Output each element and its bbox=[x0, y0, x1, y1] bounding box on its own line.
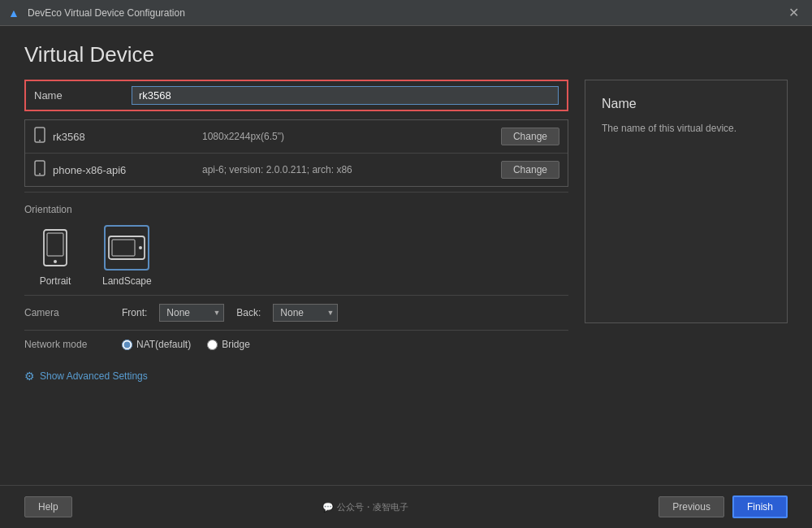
network-nat-option[interactable]: NAT(default) bbox=[122, 339, 191, 350]
landscape-icon-wrap bbox=[104, 225, 149, 270]
page-title: Virtual Device bbox=[0, 26, 812, 80]
titlebar-left: ▲ DevEco Virtual Device Configuration bbox=[8, 6, 185, 19]
network-label: Network mode bbox=[24, 339, 122, 350]
titlebar: ▲ DevEco Virtual Device Configuration ✕ bbox=[0, 0, 812, 26]
back-camera-select[interactable]: None bbox=[273, 304, 338, 322]
name-label: Name bbox=[34, 89, 132, 102]
advanced-settings-label: Show Advanced Settings bbox=[40, 370, 148, 382]
footer-left: Help bbox=[24, 496, 72, 517]
svg-rect-8 bbox=[112, 240, 135, 256]
device-info-2: api-6; version: 2.0.0.211; arch: x86 bbox=[202, 164, 501, 175]
main-content: Virtual Device Name rk3568 1080x2244px(6… bbox=[0, 26, 812, 528]
camera-label: Camera bbox=[24, 307, 122, 318]
body-area: Name rk3568 1080x2244px(6.5") Change bbox=[0, 80, 812, 485]
info-panel-description: The name of this virtual device. bbox=[602, 121, 771, 136]
network-nat-radio[interactable] bbox=[122, 340, 132, 350]
phone-icon-2 bbox=[33, 160, 46, 180]
device-name-2: phone-x86-api6 bbox=[53, 164, 202, 176]
back-camera-select-wrapper: None bbox=[273, 304, 338, 322]
orientation-portrait[interactable]: Portrait bbox=[32, 225, 78, 287]
portrait-icon-wrap bbox=[32, 225, 78, 270]
phone-icon-1 bbox=[33, 127, 46, 146]
name-row: Name bbox=[24, 80, 568, 111]
portrait-label: Portrait bbox=[40, 275, 71, 287]
watermark: 💬 公众号・凌智电子 bbox=[322, 501, 408, 513]
network-bridge-label: Bridge bbox=[222, 339, 250, 350]
footer: Help 💬 公众号・凌智电子 Previous Finish bbox=[0, 485, 812, 528]
camera-controls: Front: None Back: None bbox=[122, 304, 338, 322]
info-panel: Name The name of this virtual device. bbox=[585, 80, 788, 323]
landscape-label: LandScape bbox=[102, 275, 152, 287]
svg-point-3 bbox=[39, 173, 41, 175]
front-camera-select[interactable]: None bbox=[159, 304, 224, 322]
footer-right: Previous Finish bbox=[659, 496, 788, 518]
network-bridge-option[interactable]: Bridge bbox=[207, 339, 250, 350]
network-options: NAT(default) Bridge bbox=[122, 339, 250, 350]
left-panel: Name rk3568 1080x2244px(6.5") Change bbox=[24, 80, 568, 485]
back-camera-label: Back: bbox=[236, 307, 261, 318]
camera-section: Camera Front: None Back: None bbox=[24, 295, 568, 330]
change-button-1[interactable]: Change bbox=[501, 128, 559, 145]
network-nat-label: NAT(default) bbox=[136, 339, 191, 350]
app-icon: ▲ bbox=[8, 6, 21, 19]
name-input[interactable] bbox=[132, 86, 559, 105]
table-row: rk3568 1080x2244px(6.5") Change bbox=[25, 120, 568, 154]
svg-point-1 bbox=[39, 140, 41, 141]
advanced-settings-link[interactable]: ⚙ Show Advanced Settings bbox=[24, 361, 568, 391]
finish-button[interactable]: Finish bbox=[732, 496, 788, 518]
front-camera-select-wrapper: None bbox=[159, 304, 224, 322]
advanced-settings-icon: ⚙ bbox=[24, 370, 35, 383]
front-camera-label: Front: bbox=[122, 307, 147, 318]
device-list: rk3568 1080x2244px(6.5") Change phone-x8… bbox=[24, 119, 568, 187]
network-bridge-radio[interactable] bbox=[207, 340, 218, 350]
orientation-landscape[interactable]: LandScape bbox=[102, 225, 152, 287]
change-button-2[interactable]: Change bbox=[501, 161, 559, 179]
titlebar-title: DevEco Virtual Device Configuration bbox=[28, 7, 185, 19]
svg-point-6 bbox=[54, 260, 57, 263]
device-name-1: rk3568 bbox=[53, 131, 202, 143]
svg-rect-5 bbox=[47, 233, 63, 256]
network-section: Network mode NAT(default) Bridge bbox=[24, 330, 568, 358]
orientation-section: Orientation Portrait bbox=[24, 192, 568, 295]
previous-button[interactable]: Previous bbox=[659, 496, 724, 517]
device-info-1: 1080x2244px(6.5") bbox=[202, 131, 501, 142]
help-button[interactable]: Help bbox=[24, 496, 72, 517]
svg-point-9 bbox=[139, 246, 142, 249]
table-row: phone-x86-api6 api-6; version: 2.0.0.211… bbox=[25, 154, 568, 186]
info-panel-title: Name bbox=[602, 97, 771, 111]
orientation-label: Orientation bbox=[24, 204, 560, 215]
wechat-icon: 💬 bbox=[322, 502, 336, 512]
orientation-options: Portrait LandScape bbox=[32, 225, 560, 287]
close-button[interactable]: ✕ bbox=[784, 3, 804, 22]
